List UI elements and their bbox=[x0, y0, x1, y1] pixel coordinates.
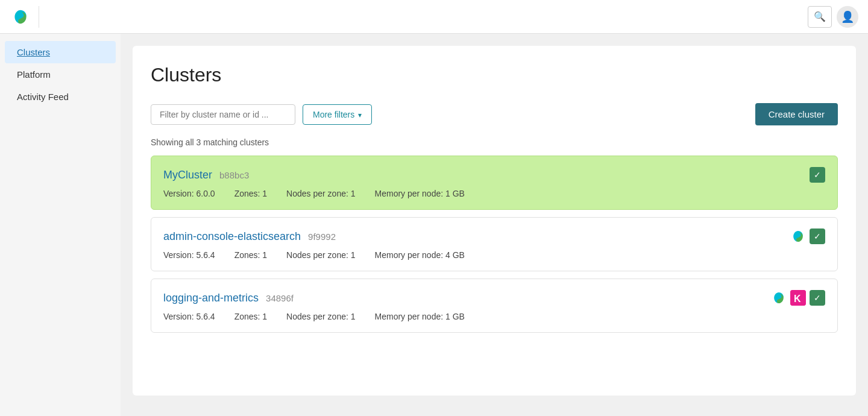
cluster-nodes-2: Nodes per zone: 1 bbox=[286, 250, 355, 260]
cluster-id: b88bc3 bbox=[219, 170, 249, 180]
cluster-name[interactable]: MyCluster bbox=[163, 169, 212, 181]
cluster-header-2: admin-console-elasticsearch 9f9992 ✓ bbox=[163, 228, 825, 244]
showing-text: Showing all 3 matching clusters bbox=[151, 137, 838, 147]
cluster-name-row-3: logging-and-metrics 34896f bbox=[163, 292, 294, 304]
cluster-name-row-2: admin-console-elasticsearch 9f9992 bbox=[163, 230, 336, 243]
topbar: 🔍 👤 bbox=[0, 0, 868, 34]
cluster-memory-2: Memory per node: 4 GB bbox=[375, 250, 465, 260]
sidebar: Clusters Platform Activity Feed bbox=[0, 34, 121, 416]
content-area: Clusters More filters Create cluster Sho… bbox=[121, 34, 868, 416]
main-layout: Clusters Platform Activity Feed Clusters… bbox=[0, 34, 868, 416]
sidebar-item-platform[interactable]: Platform bbox=[5, 63, 116, 86]
cluster-icons-3: K ✓ bbox=[771, 290, 825, 306]
cluster-zones: Zones: 1 bbox=[234, 189, 267, 198]
cluster-name-2[interactable]: admin-console-elasticsearch bbox=[163, 230, 301, 243]
cluster-filter-input[interactable] bbox=[151, 104, 295, 125]
cluster-version-2: Version: 5.6.4 bbox=[163, 250, 215, 260]
cluster-meta-3: Version: 5.6.4 Zones: 1 Nodes per zone: … bbox=[163, 312, 825, 321]
filter-row: More filters Create cluster bbox=[151, 103, 838, 125]
page-title: Clusters bbox=[151, 64, 838, 86]
cluster-version: Version: 6.0.0 bbox=[163, 189, 215, 198]
chevron-down-icon bbox=[358, 110, 362, 119]
svg-text:K: K bbox=[794, 294, 801, 304]
cluster-header: MyCluster b88bc3 ✓ bbox=[163, 167, 825, 183]
cluster-zones-3: Zones: 1 bbox=[234, 312, 267, 321]
sidebar-item-clusters[interactable]: Clusters bbox=[5, 41, 116, 63]
cluster-card-mycluster: MyCluster b88bc3 ✓ Version: 6.0.0 Zones:… bbox=[151, 156, 838, 210]
check-icon: ✓ bbox=[810, 167, 825, 183]
cluster-id-2: 9f9992 bbox=[308, 232, 336, 242]
cluster-zones-2: Zones: 1 bbox=[234, 250, 267, 260]
more-filters-button[interactable]: More filters bbox=[303, 104, 372, 125]
cluster-nodes: Nodes per zone: 1 bbox=[286, 189, 355, 198]
kibana-icon: K bbox=[790, 290, 806, 306]
cluster-meta-2: Version: 5.6.4 Zones: 1 Nodes per zone: … bbox=[163, 250, 825, 260]
avatar[interactable]: 👤 bbox=[837, 6, 858, 28]
create-cluster-button[interactable]: Create cluster bbox=[755, 103, 838, 125]
user-icon: 👤 bbox=[841, 10, 854, 24]
cluster-icons: ✓ bbox=[810, 167, 825, 183]
cluster-header-3: logging-and-metrics 34896f bbox=[163, 290, 825, 306]
check-icon-2: ✓ bbox=[810, 228, 825, 244]
cluster-version-3: Version: 5.6.4 bbox=[163, 312, 215, 321]
cluster-id-3: 34896f bbox=[266, 293, 294, 303]
cluster-card-logging: logging-and-metrics 34896f bbox=[151, 279, 838, 333]
search-button[interactable]: 🔍 bbox=[808, 6, 832, 28]
cluster-nodes-3: Nodes per zone: 1 bbox=[286, 312, 355, 321]
search-icon: 🔍 bbox=[814, 11, 826, 22]
cluster-icons-2: ✓ bbox=[790, 228, 825, 244]
cluster-memory-3: Memory per node: 1 GB bbox=[375, 312, 465, 321]
topbar-divider bbox=[39, 6, 39, 28]
cluster-name-3[interactable]: logging-and-metrics bbox=[163, 292, 259, 304]
cluster-card-admin-console: admin-console-elasticsearch 9f9992 ✓ bbox=[151, 217, 838, 271]
brand-icon-2 bbox=[790, 228, 806, 244]
sidebar-item-activity-feed[interactable]: Activity Feed bbox=[5, 86, 116, 108]
cluster-name-row: MyCluster b88bc3 bbox=[163, 169, 249, 181]
check-icon-3: ✓ bbox=[810, 290, 825, 306]
brand-icon-3 bbox=[771, 290, 787, 306]
app-logo bbox=[10, 6, 31, 28]
cluster-meta: Version: 6.0.0 Zones: 1 Nodes per zone: … bbox=[163, 189, 825, 198]
content-card: Clusters More filters Create cluster Sho… bbox=[133, 46, 856, 396]
cluster-memory: Memory per node: 1 GB bbox=[375, 189, 465, 198]
